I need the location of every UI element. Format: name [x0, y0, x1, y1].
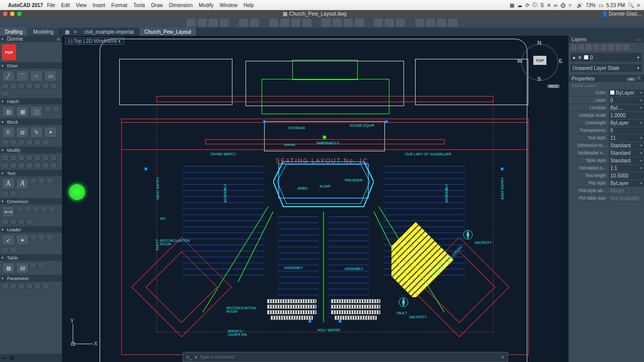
- tool-del-constraint[interactable]: [34, 283, 41, 289]
- tool-table-export[interactable]: [30, 262, 37, 268]
- tool-block-create[interactable]: ⊞: [16, 127, 29, 138]
- tool-dim-aligned[interactable]: [16, 206, 23, 212]
- qat-orbit[interactable]: [396, 19, 405, 27]
- tool-spline[interactable]: [10, 83, 17, 89]
- prop-value[interactable]: 1:1▼: [609, 165, 644, 171]
- tool-dim-linear[interactable]: ⟷: [2, 206, 15, 217]
- tool-block-insert[interactable]: ⎘: [2, 127, 15, 138]
- viewcube-east[interactable]: E: [559, 58, 562, 64]
- tool-point[interactable]: [26, 83, 33, 89]
- qat-publish[interactable]: [302, 19, 311, 27]
- workspace-drafting[interactable]: Drafting: [0, 28, 28, 36]
- prop-value[interactable]: ByL...▼: [609, 105, 644, 111]
- tool-wblock[interactable]: [2, 139, 9, 145]
- tool-hatch[interactable]: ▨: [2, 106, 15, 117]
- layer-tool-match[interactable]: [608, 44, 614, 50]
- viewcube-south[interactable]: S: [537, 76, 541, 82]
- menu-view[interactable]: View: [76, 3, 87, 8]
- qat-page[interactable]: [291, 19, 300, 27]
- window-controls[interactable]: [3, 12, 22, 16]
- command-input[interactable]: [199, 354, 501, 359]
- layer-tool-unisolate[interactable]: [601, 44, 607, 50]
- palette-header[interactable]: Donnie: [0, 36, 62, 42]
- tab-list[interactable]: ▦: [63, 28, 71, 36]
- qat-open[interactable]: [198, 19, 207, 27]
- viewcube-north[interactable]: N: [537, 40, 541, 46]
- qat-paste[interactable]: [344, 19, 353, 27]
- viewcube-wcs[interactable]: WCS: [547, 84, 559, 88]
- tool-mleader-style[interactable]: [30, 234, 37, 240]
- menu-file[interactable]: File: [47, 3, 55, 8]
- maximize-window[interactable]: [17, 12, 22, 16]
- tool-trim[interactable]: [10, 162, 17, 168]
- viewcube-west[interactable]: W: [517, 58, 522, 64]
- qat-copy[interactable]: [333, 19, 342, 27]
- qat-preview[interactable]: [280, 19, 289, 27]
- tool-mleader-remove[interactable]: [10, 247, 17, 253]
- tool-geo-constraint[interactable]: [2, 283, 9, 289]
- tool-spell[interactable]: [38, 178, 45, 184]
- prop-value[interactable]: ByLayer▼: [609, 120, 644, 126]
- tool-scale[interactable]: [42, 155, 49, 161]
- tool-table-style[interactable]: ▤: [16, 262, 29, 274]
- tool-bedit[interactable]: [34, 139, 41, 145]
- drawing-canvas[interactable]: [-] Top | 2D Wireframe ▾: [62, 36, 569, 362]
- menu-tools[interactable]: Tools: [133, 3, 145, 8]
- prop-value[interactable]: 1.0000: [609, 112, 644, 119]
- tool-mirror[interactable]: [50, 155, 57, 161]
- qat-block[interactable]: [415, 19, 424, 27]
- qat-xref[interactable]: [426, 19, 435, 27]
- tool-battman[interactable]: [42, 139, 49, 145]
- tool-boundary[interactable]: ▢: [30, 106, 43, 117]
- qat-render[interactable]: [448, 19, 457, 27]
- tool-rectangle[interactable]: ▭: [44, 70, 57, 81]
- tool-find[interactable]: [46, 178, 53, 184]
- tool-arc[interactable]: ⌒: [16, 70, 29, 81]
- tool-polyline[interactable]: [2, 83, 9, 89]
- group-text[interactable]: Text: [0, 170, 62, 176]
- prop-value[interactable]: 0▼: [609, 97, 644, 104]
- tool-offset[interactable]: [26, 162, 33, 168]
- prop-value[interactable]: 10.5000: [609, 172, 644, 179]
- tool-leader[interactable]: ●: [16, 234, 29, 245]
- group-draw[interactable]: Draw: [0, 62, 62, 69]
- prop-value[interactable]: ByLayer▼: [609, 180, 644, 187]
- group-parametric[interactable]: Parametric: [0, 275, 62, 282]
- qat-pan[interactable]: [385, 19, 394, 27]
- tool-copy[interactable]: [10, 155, 17, 161]
- tool-line[interactable]: ╱: [2, 70, 15, 81]
- tool-attdef[interactable]: [18, 139, 25, 145]
- group-hatch[interactable]: Hatch: [0, 98, 62, 105]
- layer-tool-lock[interactable]: [586, 44, 592, 50]
- tool-dim-baseline[interactable]: [2, 219, 9, 225]
- menu-window[interactable]: Window: [219, 3, 237, 8]
- menu-format[interactable]: Format: [111, 3, 127, 8]
- layer-state[interactable]: Unsaved Layer State▼: [571, 64, 642, 72]
- tool-table[interactable]: ▦: [2, 262, 15, 274]
- tool-datalink[interactable]: [38, 262, 45, 268]
- tool-attsync[interactable]: [26, 139, 33, 145]
- tool-hatch-set[interactable]: [52, 106, 59, 112]
- tool-gradient[interactable]: ▦: [16, 106, 29, 117]
- layer-tool-freeze[interactable]: [571, 44, 577, 50]
- prop-value[interactable]: Standard▼: [609, 142, 644, 149]
- tool-block-edit[interactable]: ✎: [30, 127, 43, 138]
- qat-cut[interactable]: [321, 19, 331, 27]
- tool-mtext[interactable]: A: [2, 178, 15, 189]
- minimize-window[interactable]: [10, 12, 15, 16]
- tool-mleader-align[interactable]: [38, 234, 45, 240]
- file-tab-church[interactable]: Church_Pew_Layout: [139, 28, 197, 36]
- new-drawing[interactable]: +: [71, 28, 79, 36]
- layer-tool-previous[interactable]: [616, 44, 622, 50]
- tool-hatch-edit[interactable]: [44, 106, 51, 112]
- prop-value[interactable]: Standard▼: [609, 150, 644, 156]
- tool-move[interactable]: [2, 155, 9, 161]
- tool-mleader-collect[interactable]: [46, 234, 53, 240]
- layer-tool-manager[interactable]: [623, 44, 629, 50]
- tool-join[interactable]: [50, 162, 57, 168]
- tool-block-attr[interactable]: ✦: [44, 127, 57, 138]
- tool-dim-angular[interactable]: [24, 206, 31, 212]
- tool-dtext[interactable]: A: [16, 178, 29, 189]
- file-tab-civil[interactable]: civil_example-imperial: [79, 28, 139, 36]
- prop-value[interactable]: 0: [609, 127, 644, 134]
